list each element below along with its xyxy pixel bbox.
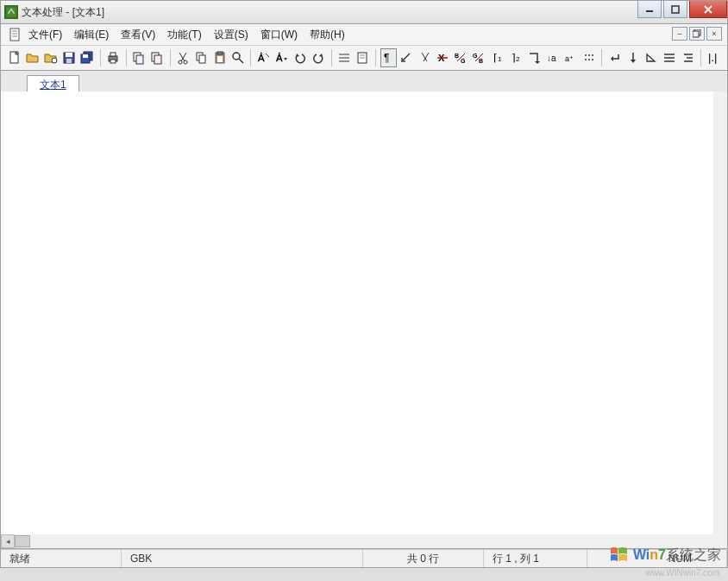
document-tab[interactable]: 文本1 xyxy=(27,75,79,92)
spacing-icon[interactable] xyxy=(581,48,597,67)
scroll-thumb[interactable] xyxy=(15,535,30,547)
copy-block-icon[interactable] xyxy=(131,48,147,67)
status-num-lock: NUM xyxy=(587,550,727,567)
paste-block-icon[interactable] xyxy=(149,48,166,67)
mdi-close-button[interactable]: × xyxy=(706,27,722,41)
maximize-button[interactable] xyxy=(663,1,687,18)
svg-text:¶: ¶ xyxy=(384,52,389,64)
menu-bar: 文件(F) 编辑(E) 查看(V) 功能(T) 设置(S) 窗口(W) 帮助(H… xyxy=(0,24,728,45)
window-titlebar: 文本处理 - [文本1] xyxy=(0,0,728,24)
strike-icon[interactable]: X xyxy=(435,48,451,67)
window-title: 文本处理 - [文本1] xyxy=(22,5,104,20)
watermark-url: www.WINwin7.com xyxy=(645,568,719,578)
svg-text:Ȧ: Ȧ xyxy=(275,52,283,63)
toolbar-separator xyxy=(250,49,251,66)
mdi-restore-button[interactable] xyxy=(689,27,705,41)
align-right-icon[interactable] xyxy=(680,48,696,67)
svg-rect-20 xyxy=(110,53,116,56)
svg-text:G: G xyxy=(473,53,478,59)
down-arrow-icon[interactable] xyxy=(624,48,641,67)
close-button[interactable] xyxy=(689,1,727,18)
svg-text:a⁺: a⁺ xyxy=(565,54,574,63)
svg-line-47 xyxy=(403,54,410,60)
redo-icon[interactable] xyxy=(311,48,327,67)
svg-text:2: 2 xyxy=(516,55,520,63)
svg-point-28 xyxy=(179,60,182,64)
bracket-open-icon[interactable]: ⌈1 xyxy=(490,48,506,67)
align-lines-icon[interactable] xyxy=(662,48,678,67)
list-icon[interactable] xyxy=(336,48,353,67)
toolbar-separator xyxy=(331,49,332,66)
menu-settings[interactable]: 设置(S) xyxy=(214,28,248,42)
print-icon[interactable] xyxy=(105,48,122,67)
svg-point-65 xyxy=(588,54,590,56)
toolbar-separator xyxy=(375,49,376,66)
svg-rect-18 xyxy=(83,54,88,58)
cut-icon[interactable] xyxy=(175,48,191,67)
text-editor[interactable] xyxy=(8,93,713,534)
status-bar: 就绪 GBK 共 0 行 行 1 , 列 1 NUM xyxy=(0,549,728,568)
svg-rect-25 xyxy=(154,55,161,64)
minimize-button[interactable] xyxy=(637,1,662,18)
svg-rect-23 xyxy=(136,55,143,64)
paste-icon[interactable] xyxy=(211,48,228,67)
scroll-left-button[interactable]: ◂ xyxy=(1,534,15,548)
copy-icon[interactable] xyxy=(193,48,210,67)
svg-line-38 xyxy=(266,54,269,57)
svg-rect-15 xyxy=(66,59,72,63)
svg-text:1: 1 xyxy=(498,55,502,63)
undo-icon[interactable] xyxy=(292,48,308,67)
find-next-icon[interactable]: Ȧ xyxy=(273,48,290,67)
uppercase-icon[interactable]: a⁺ xyxy=(562,48,579,67)
svg-point-68 xyxy=(588,59,590,60)
save-icon[interactable] xyxy=(60,48,77,67)
svg-line-36 xyxy=(239,59,243,63)
status-encoding: GBK xyxy=(122,550,363,567)
menu-file[interactable]: 文件(F) xyxy=(28,28,62,42)
return-icon[interactable] xyxy=(606,48,623,67)
open-file-icon[interactable] xyxy=(24,48,41,67)
bracket-close-icon[interactable]: ⌉2 xyxy=(508,48,524,67)
angle-icon[interactable] xyxy=(643,48,660,67)
menu-window[interactable]: 窗口(W) xyxy=(260,28,298,42)
svg-rect-31 xyxy=(199,55,205,63)
svg-rect-33 xyxy=(217,52,223,54)
new-file-icon[interactable] xyxy=(6,48,22,67)
horizontal-scrollbar[interactable]: ◂ xyxy=(1,534,713,548)
end-bracket-icon[interactable]: |.| xyxy=(706,48,722,67)
menu-edit[interactable]: 编辑(E) xyxy=(74,28,109,42)
status-cursor-pos: 行 1 , 列 1 xyxy=(484,550,587,567)
toolbar-separator xyxy=(170,49,171,66)
trim-icon[interactable] xyxy=(417,48,433,67)
mdi-minimize-button[interactable]: – xyxy=(672,27,687,41)
find-replace-icon[interactable]: Ȧ xyxy=(255,48,272,67)
pilcrow-icon[interactable]: ¶ xyxy=(380,48,397,67)
svg-text:↓a: ↓a xyxy=(547,54,556,63)
gbk-big5-icon[interactable]: GB xyxy=(471,48,487,67)
svg-rect-2 xyxy=(672,6,679,13)
arrow-dl-icon[interactable] xyxy=(399,48,415,67)
svg-point-12 xyxy=(52,58,57,63)
menu-help[interactable]: 帮助(H) xyxy=(310,28,345,42)
svg-rect-21 xyxy=(110,60,116,63)
toolbar: Ȧ Ȧ ¶ X BG GB ⌈1 ⌉2 ↓a a⁺ |.| xyxy=(0,45,728,71)
svg-rect-34 xyxy=(217,56,223,62)
page-icon[interactable] xyxy=(355,48,371,67)
svg-text:B: B xyxy=(479,58,483,64)
svg-point-64 xyxy=(585,54,587,56)
menu-view[interactable]: 查看(V) xyxy=(121,28,155,42)
big5-gbk-icon[interactable]: BG xyxy=(453,48,469,67)
svg-rect-10 xyxy=(693,31,699,37)
lowercase-icon[interactable]: ↓a xyxy=(544,48,561,67)
find-icon[interactable] xyxy=(229,48,246,67)
vertical-scrollbar[interactable] xyxy=(713,92,727,534)
corner-icon[interactable] xyxy=(526,48,543,67)
svg-rect-14 xyxy=(66,53,72,57)
svg-point-35 xyxy=(233,53,240,60)
status-ready: 就绪 xyxy=(1,550,122,567)
toolbar-separator xyxy=(700,49,701,66)
save-all-icon[interactable] xyxy=(79,48,96,67)
scroll-corner xyxy=(713,534,727,548)
menu-function[interactable]: 功能(T) xyxy=(167,28,201,42)
open-recent-icon[interactable] xyxy=(42,48,59,67)
